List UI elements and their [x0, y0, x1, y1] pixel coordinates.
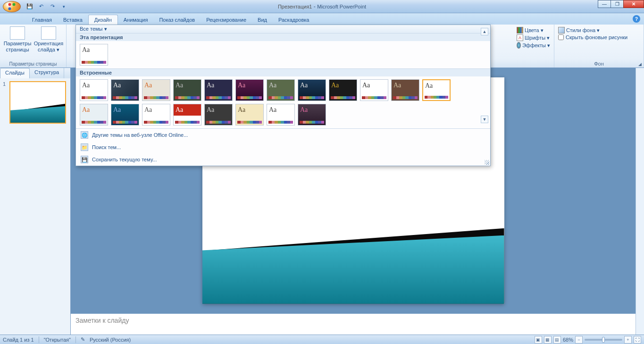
tab-insert[interactable]: Вставка — [58, 15, 88, 25]
theme-thumbnail[interactable]: Aa — [422, 79, 451, 101]
theme-thumbnail[interactable]: Aa — [204, 79, 233, 101]
group-theme-options: Цвета ▾ AШрифты ▾ Эффекты ▾ — [513, 25, 554, 67]
status-theme-name: "Открытая" — [44, 337, 71, 343]
window-title: Презентация1 - Microsoft PowerPoint — [0, 3, 644, 10]
theme-thumbnail[interactable]: Aa — [111, 104, 139, 126]
effects-button[interactable]: Эффекты ▾ — [516, 42, 551, 49]
undo-icon[interactable]: ↶ — [37, 2, 45, 11]
tab-home[interactable]: Главная — [26, 15, 58, 25]
svg-point-0 — [8, 3, 11, 6]
theme-thumbnail[interactable]: Aa — [329, 79, 357, 101]
tab-design[interactable]: Дизайн — [88, 15, 118, 25]
theme-thumbnail[interactable]: Aa — [298, 104, 326, 126]
status-language[interactable]: Русский (Россия) — [90, 337, 131, 343]
background-launcher-icon[interactable]: ◢ — [638, 62, 642, 67]
theme-thumbnail[interactable]: Aa — [173, 79, 201, 101]
slide-number: 1 — [3, 81, 8, 124]
save-icon: 💾 — [81, 156, 88, 163]
theme-thumbnail[interactable]: Aa — [173, 104, 201, 126]
themes-gallery: Все темы ▾ Эта презентация Aa Встроенные… — [75, 25, 491, 166]
status-slide-count: Слайд 1 из 1 — [3, 337, 34, 343]
gallery-resize-grip[interactable] — [485, 160, 489, 165]
gallery-scroll-up[interactable]: ▲ — [481, 28, 488, 35]
group-background: Стили фона ▾ Скрыть фоновые рисунки Фон◢ — [554, 25, 644, 67]
office-button[interactable] — [3, 1, 21, 12]
group-page-setup: Параметрыстраницы Ориентацияслайда ▾ Пар… — [0, 25, 67, 67]
minimize-button[interactable] — [598, 0, 611, 8]
tab-outline[interactable]: Структура — [30, 68, 64, 78]
theme-thumbnail[interactable]: Aa — [235, 79, 264, 101]
save-icon[interactable]: 💾 — [25, 2, 34, 11]
quick-access-toolbar: 💾 ↶ ↷ ▾ — [25, 2, 68, 11]
svg-point-1 — [13, 3, 16, 6]
page-setup-icon — [10, 26, 25, 40]
theme-thumbnail[interactable]: Aa — [142, 104, 170, 126]
tab-slideshow[interactable]: Показ слайдов — [153, 15, 201, 25]
gallery-section-this-presentation: Эта презентация — [76, 33, 490, 41]
maximize-button[interactable] — [611, 0, 624, 8]
slide-orientation-button[interactable]: Ориентацияслайда ▾ — [34, 26, 63, 53]
theme-thumbnail[interactable]: Aa — [235, 104, 264, 126]
theme-thumbnail[interactable]: Aa — [204, 104, 233, 126]
tab-view[interactable]: Вид — [252, 15, 273, 25]
group-label-background: Фон◢ — [557, 61, 641, 67]
gallery-filter-dropdown[interactable]: Все темы ▾ — [76, 25, 490, 33]
tab-slides[interactable]: Слайды — [0, 68, 30, 78]
fit-window-button[interactable]: ⛶ — [634, 336, 641, 344]
group-label-page-setup: Параметры страницы — [3, 61, 63, 67]
qat-customize-icon[interactable]: ▾ — [59, 2, 68, 11]
theme-thumbnail[interactable]: Aa — [111, 79, 139, 101]
gallery-scroll-down[interactable]: ▼ — [481, 116, 488, 123]
theme-thumbnail[interactable]: Aa — [80, 79, 108, 101]
globe-icon: 🌐 — [81, 131, 88, 139]
spellcheck-icon[interactable]: ✎ — [81, 336, 85, 343]
fonts-button[interactable]: AШрифты ▾ — [516, 34, 551, 42]
theme-thumbnail[interactable]: Aa — [142, 79, 170, 101]
theme-thumbnail[interactable]: Aa — [391, 79, 419, 101]
folder-icon: 📁 — [81, 143, 88, 151]
gallery-footer: 🌐Другие темы на веб-узле Office Online..… — [76, 128, 490, 166]
tab-review[interactable]: Рецензирование — [201, 15, 252, 25]
hide-background-checkbox[interactable]: Скрыть фоновые рисунки — [557, 34, 641, 41]
notes-pane[interactable]: Заметки к слайду — [71, 313, 636, 335]
tab-animation[interactable]: Анимация — [118, 15, 154, 25]
theme-thumbnail[interactable]: Aa — [80, 104, 108, 126]
svg-point-3 — [13, 7, 16, 10]
theme-thumbnail[interactable]: Aa — [267, 79, 295, 101]
theme-thumbnail[interactable]: Aa — [80, 44, 108, 66]
browse-themes[interactable]: 📁Поиск тем... — [76, 141, 490, 153]
status-bar: Слайд 1 из 1 "Открытая" ✎ Русский (Росси… — [0, 335, 644, 344]
more-themes-online[interactable]: 🌐Другие темы на веб-узле Office Online..… — [76, 129, 490, 141]
theme-thumbnail[interactable]: Aa — [267, 104, 295, 126]
background-styles-button[interactable]: Стили фона ▾ — [557, 26, 641, 34]
redo-icon[interactable]: ↷ — [48, 2, 57, 11]
orientation-icon — [41, 26, 56, 40]
vertical-scrollbar[interactable] — [636, 68, 644, 335]
gallery-section-builtin: Встроенные — [76, 68, 490, 76]
zoom-in-button[interactable]: + — [624, 336, 632, 344]
colors-button[interactable]: Цвета ▾ — [516, 26, 551, 34]
zoom-out-button[interactable]: − — [575, 336, 583, 344]
theme-thumbnail[interactable]: Aa — [360, 79, 388, 101]
zoom-slider[interactable] — [585, 339, 622, 341]
slideshow-view-button[interactable]: ▤ — [553, 336, 561, 344]
title-bar: 💾 ↶ ↷ ▾ Презентация1 - Microsoft PowerPo… — [0, 0, 644, 13]
close-button[interactable] — [623, 0, 644, 8]
theme-thumbnail[interactable]: Aa — [298, 79, 326, 101]
slide-thumbnail-row[interactable]: 1 — [3, 81, 67, 124]
help-icon[interactable]: ? — [633, 15, 640, 23]
page-setup-button[interactable]: Параметрыстраницы — [3, 26, 32, 53]
slides-panel: Слайды Структура 1 — [0, 68, 71, 335]
ribbon-tabs: Главная Вставка Дизайн Анимация Показ сл… — [0, 13, 644, 25]
zoom-percent[interactable]: 68% — [563, 337, 573, 343]
tab-storyboarding[interactable]: Раскадровка — [273, 15, 315, 25]
slide-thumbnail[interactable] — [9, 81, 66, 124]
window-controls — [598, 0, 644, 8]
sorter-view-button[interactable]: ▦ — [544, 336, 552, 344]
slide-bg-teal — [202, 235, 504, 304]
normal-view-button[interactable]: ▣ — [535, 336, 542, 344]
svg-point-2 — [8, 7, 11, 10]
save-current-theme[interactable]: 💾Сохранить текущую тему... — [76, 153, 490, 166]
